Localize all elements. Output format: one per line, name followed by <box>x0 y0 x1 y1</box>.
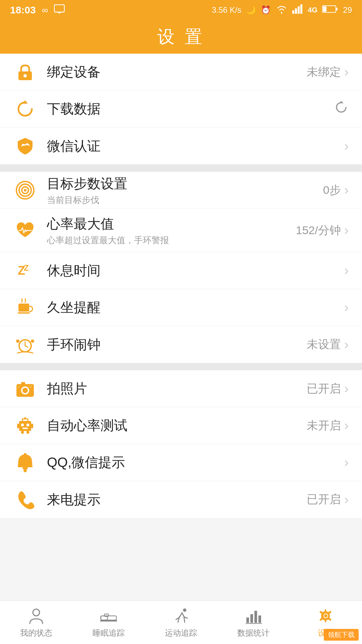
status-left: 18:03 ∞ <box>10 4 65 16</box>
bottom-navigation: 我的状态 睡眠追踪 运动追踪 <box>0 600 362 644</box>
svg-point-52 <box>183 608 186 612</box>
wechat-auth-text: 微信认证 <box>47 137 344 155</box>
alarm-value: 未设置 <box>307 337 341 352</box>
section-features: 拍照片 已开启 › <box>0 370 362 518</box>
divider-2 <box>0 363 362 370</box>
section-health: 目标步数设置 当前目标步伐 0步 › 心率最大值 心率超过设置最大值，手环警报 … <box>0 172 362 363</box>
svg-rect-56 <box>258 615 261 623</box>
download-right <box>334 100 349 118</box>
heart-rate-value: 152/分钟 <box>296 223 341 238</box>
nav-item-settings[interactable]: 设置 <box>290 601 362 644</box>
qq-wechat-right: › <box>344 455 349 470</box>
menu-item-qq-wechat[interactable]: QQ,微信提示 › <box>0 444 362 481</box>
bind-device-right: 未绑定 › <box>307 64 349 80</box>
nav-item-exercise[interactable]: 运动追踪 <box>145 601 217 644</box>
clock-icon: ⏰ <box>261 5 271 15</box>
battery-level: 29 <box>343 5 352 15</box>
heart-rate-subtitle: 心率超过设置最大值，手环警报 <box>47 234 296 246</box>
svg-point-39 <box>24 417 26 419</box>
page-title: 设 置 <box>157 25 205 49</box>
target-icon <box>13 178 37 202</box>
menu-item-step-goal[interactable]: 目标步数设置 当前目标步伐 0步 › <box>0 172 362 209</box>
step-goal-title: 目标步数设置 <box>47 174 323 193</box>
rest-time-right: › <box>344 263 349 278</box>
call-title: 来电提示 <box>47 490 307 509</box>
auto-heart-text: 自动心率测试 <box>47 416 307 435</box>
section-device: 绑定设备 未绑定 › 下载数据 <box>0 54 362 164</box>
heart-rate-text: 心率最大值 心率超过设置最大值，手环警报 <box>47 215 296 246</box>
svg-rect-53 <box>246 618 249 623</box>
lock-icon <box>13 60 37 84</box>
menu-item-sedentary[interactable]: 久坐提醒 › <box>0 289 362 326</box>
nav-item-stats[interactable]: 数据统计 <box>217 601 290 644</box>
person-icon <box>27 607 45 625</box>
status-right: 3.56 K/s 🌙 ⏰ 4G 29 <box>212 4 352 16</box>
heart-rate-title: 心率最大值 <box>47 215 296 233</box>
menu-item-heart-rate[interactable]: 心率最大值 心率超过设置最大值，手环警报 152/分钟 › <box>0 209 362 252</box>
camera-title: 拍照片 <box>47 379 307 398</box>
svg-point-28 <box>31 339 34 343</box>
status-bar: 18:03 ∞ 3.56 K/s 🌙 ⏰ <box>0 0 362 20</box>
camera-icon <box>13 377 37 400</box>
svg-point-31 <box>22 388 28 393</box>
svg-point-33 <box>29 385 32 388</box>
camera-arrow: › <box>344 381 349 396</box>
svg-rect-36 <box>21 424 24 426</box>
menu-item-alarm[interactable]: 手环闹钟 未设置 › <box>0 326 362 363</box>
menu-item-auto-heart[interactable]: 自动心率测试 未开启 › <box>0 407 362 444</box>
svg-text:Z: Z <box>24 263 29 272</box>
infinity-icon: ∞ <box>42 5 48 15</box>
chart-icon <box>244 607 262 625</box>
download-title: 下载数据 <box>47 100 334 118</box>
call-arrow: › <box>344 492 349 507</box>
sleep-nav-icon <box>100 607 118 625</box>
menu-item-call[interactable]: 来电提示 已开启 › <box>0 481 362 518</box>
rest-time-title: 休息时间 <box>47 261 344 280</box>
sleep-icon: Z Z <box>13 259 37 282</box>
step-goal-subtitle: 当前目标步伐 <box>47 194 323 206</box>
svg-point-14 <box>26 143 28 145</box>
qq-wechat-arrow: › <box>344 455 349 470</box>
auto-heart-title: 自动心率测试 <box>47 416 307 435</box>
qq-wechat-title: QQ,微信提示 <box>47 453 344 472</box>
svg-rect-8 <box>336 8 338 10</box>
bind-device-text: 绑定设备 <box>47 63 307 81</box>
sedentary-right: › <box>344 300 349 315</box>
wechat-auth-title: 微信认证 <box>47 137 344 155</box>
gear-icon <box>317 607 335 625</box>
sedentary-text: 久坐提醒 <box>47 298 344 317</box>
menu-item-wechat-auth[interactable]: 微信认证 › <box>0 127 362 164</box>
bind-device-title: 绑定设备 <box>47 63 307 81</box>
svg-rect-32 <box>21 382 25 385</box>
nav-item-my-status[interactable]: 我的状态 <box>0 601 72 644</box>
menu-item-camera[interactable]: 拍照片 已开启 › <box>0 370 362 407</box>
message-icon <box>54 4 65 16</box>
sedentary-title: 久坐提醒 <box>47 298 344 317</box>
heart-icon <box>13 219 37 242</box>
svg-rect-46 <box>24 453 26 455</box>
menu-item-download[interactable]: 下载数据 <box>0 91 362 127</box>
svg-rect-22 <box>18 312 30 314</box>
wechat-auth-right: › <box>344 139 349 154</box>
menu-item-bind-device[interactable]: 绑定设备 未绑定 › <box>0 54 362 91</box>
nav-item-sleep[interactable]: 睡眠追踪 <box>72 601 145 644</box>
svg-rect-7 <box>323 6 326 12</box>
run-icon <box>172 607 190 625</box>
call-text: 来电提示 <box>47 490 307 509</box>
svg-point-34 <box>17 386 19 388</box>
svg-rect-37 <box>26 424 29 426</box>
nav-label-stats: 数据统计 <box>237 628 269 638</box>
svg-rect-42 <box>21 431 24 434</box>
wifi-icon <box>276 4 288 16</box>
auto-heart-value: 未开启 <box>307 418 341 433</box>
svg-point-45 <box>23 469 27 472</box>
menu-item-rest-time[interactable]: Z Z 休息时间 › <box>0 252 362 289</box>
nav-label-my-status: 我的状态 <box>20 628 52 638</box>
svg-point-60 <box>324 614 327 618</box>
page-header: 设 置 <box>0 20 362 54</box>
svg-rect-3 <box>295 8 297 14</box>
camera-value: 已开启 <box>307 381 341 396</box>
nav-label-settings: 设置 <box>318 628 334 638</box>
heart-rate-right: 152/分钟 › <box>296 223 349 238</box>
sedentary-arrow: › <box>344 300 349 315</box>
